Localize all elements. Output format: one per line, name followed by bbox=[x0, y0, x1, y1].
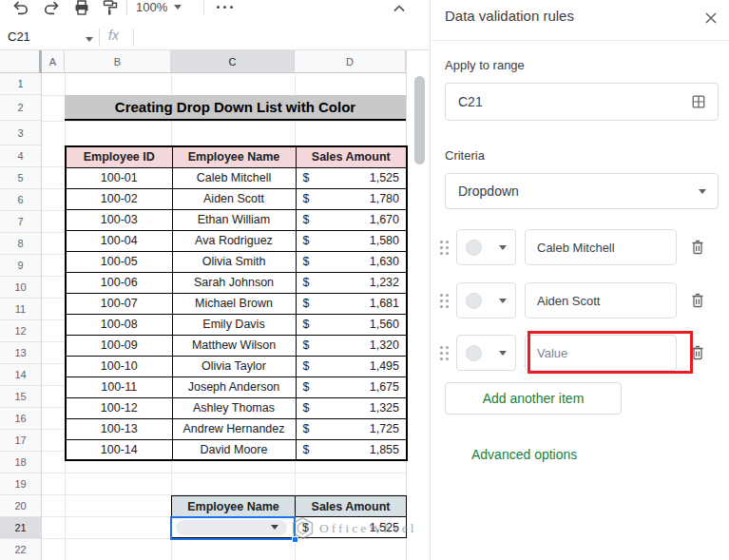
row-header[interactable]: 12 bbox=[0, 320, 41, 342]
table-row: 100-10Olivia Taylor$1,495 bbox=[66, 356, 407, 377]
table-row: 100-04Ava Rodriguez$1,580 bbox=[66, 230, 407, 251]
color-swatch bbox=[466, 293, 482, 309]
fx-icon: fx bbox=[108, 28, 119, 43]
row-header[interactable]: 11 bbox=[0, 299, 41, 320]
row-header[interactable]: 6 bbox=[0, 189, 41, 211]
row-header[interactable]: 2 bbox=[0, 95, 41, 121]
chevron-down-icon bbox=[174, 5, 182, 10]
divider bbox=[99, 29, 100, 47]
row-header[interactable]: 17 bbox=[0, 430, 41, 452]
row-header-selected[interactable]: 21 bbox=[0, 517, 41, 539]
chevron-down-icon bbox=[499, 245, 507, 250]
table-header-row: Employee ID Employee Name Sales Amount bbox=[66, 146, 407, 167]
column-header-a[interactable]: A bbox=[42, 50, 65, 72]
range-value: C21 bbox=[458, 94, 483, 109]
table-row: 100-13Andrew Hernandez$1,725 bbox=[66, 418, 407, 439]
chevron-down-icon bbox=[499, 299, 507, 303]
dropdown-item-row: Caleb Mitchell bbox=[440, 229, 725, 265]
delete-item-icon[interactable] bbox=[689, 292, 706, 309]
paint-format-icon[interactable] bbox=[101, 0, 120, 17]
drag-handle-icon[interactable] bbox=[440, 346, 449, 360]
header-employee-name[interactable]: Employee Name bbox=[172, 146, 296, 167]
redo-icon[interactable] bbox=[42, 0, 61, 17]
table-row: 100-14David Moore$1,855 bbox=[66, 439, 407, 460]
selected-cell-c21[interactable] bbox=[170, 516, 296, 540]
name-box-chevron-icon[interactable] bbox=[86, 37, 93, 42]
summary-header-sales[interactable]: Sales Amount bbox=[296, 496, 407, 517]
item-color-picker[interactable] bbox=[456, 282, 516, 319]
select-all-corner[interactable] bbox=[0, 50, 42, 73]
more-icon[interactable] bbox=[217, 6, 233, 9]
summary-header-row: Employee Name Sales Amount bbox=[172, 496, 407, 517]
row-header[interactable]: 8 bbox=[0, 233, 41, 255]
row-headers: 1 2 3 4 5 6 7 8 9 10 11 12 13 14 15 16 1… bbox=[0, 73, 42, 560]
select-data-range-icon[interactable] bbox=[691, 94, 706, 109]
delete-item-icon[interactable] bbox=[689, 344, 706, 361]
toolbar-separator bbox=[126, 0, 127, 15]
drag-handle-icon[interactable] bbox=[440, 241, 449, 255]
row-header[interactable]: 1 bbox=[0, 73, 41, 95]
row-header[interactable]: 22 bbox=[0, 539, 41, 560]
row-header[interactable]: 5 bbox=[0, 167, 41, 189]
advanced-options-link[interactable]: Advanced options bbox=[471, 447, 577, 462]
item-color-picker[interactable] bbox=[456, 335, 516, 371]
in-cell-dropdown[interactable] bbox=[176, 520, 287, 535]
print-icon[interactable] bbox=[72, 0, 91, 17]
zoom-control[interactable]: 100% bbox=[136, 0, 182, 14]
criteria-select[interactable]: Dropdown bbox=[445, 173, 719, 209]
table-row: 100-01Caleb Mitchell$1,525 bbox=[66, 167, 407, 188]
row-header[interactable]: 15 bbox=[0, 386, 41, 408]
row-header[interactable]: 3 bbox=[0, 121, 41, 145]
color-swatch bbox=[466, 240, 482, 256]
undo-icon[interactable] bbox=[11, 0, 30, 17]
item-color-picker[interactable] bbox=[456, 229, 516, 265]
row-header[interactable]: 10 bbox=[0, 277, 41, 299]
employee-table[interactable]: Employee ID Employee Name Sales Amount 1… bbox=[65, 145, 408, 461]
row-header[interactable]: 20 bbox=[0, 495, 41, 517]
column-header-b[interactable]: B bbox=[65, 50, 171, 72]
drag-handle-icon[interactable] bbox=[440, 294, 449, 308]
dropdown-item-row: Value bbox=[440, 335, 725, 371]
add-another-item-button[interactable]: Add another item bbox=[445, 382, 622, 415]
row-header[interactable]: 19 bbox=[0, 473, 41, 495]
row-header[interactable]: 14 bbox=[0, 364, 41, 386]
color-swatch bbox=[466, 345, 482, 361]
table-row: 100-12Ashley Thomas$1,325 bbox=[66, 397, 407, 418]
vertical-scrollbar[interactable] bbox=[414, 76, 425, 164]
zoom-value: 100% bbox=[136, 0, 167, 14]
table-row: 100-11Joseph Anderson$1,675 bbox=[66, 377, 407, 397]
range-input[interactable]: C21 bbox=[445, 83, 719, 121]
header-sales-amount[interactable]: Sales Amount bbox=[296, 146, 407, 167]
formula-bar: C21 fx bbox=[0, 25, 430, 50]
name-box[interactable]: C21 bbox=[8, 29, 30, 44]
row-header[interactable]: 13 bbox=[0, 342, 41, 364]
collapse-toolbar-icon[interactable] bbox=[390, 0, 409, 18]
row-header[interactable]: 18 bbox=[0, 452, 41, 473]
row-header[interactable]: 7 bbox=[0, 211, 41, 233]
dropdown-caret-icon bbox=[271, 525, 278, 530]
row-header[interactable]: 9 bbox=[0, 255, 41, 277]
item-value-input-empty[interactable]: Value bbox=[525, 335, 677, 371]
toolbar-separator bbox=[203, 0, 204, 15]
criteria-label: Criteria bbox=[445, 148, 485, 163]
google-sheets-window: 100% C21 fx A B C D 1 2 3 4 5 6 7 8 9 10… bbox=[0, 0, 729, 560]
table-row: 100-05Olivia Smith$1,630 bbox=[66, 251, 407, 272]
delete-item-icon[interactable] bbox=[689, 239, 706, 256]
item-value-input[interactable]: Aiden Scott bbox=[525, 282, 677, 319]
column-header-d[interactable]: D bbox=[295, 50, 406, 72]
column-header-c[interactable]: C bbox=[171, 50, 295, 72]
row-header[interactable]: 4 bbox=[0, 145, 41, 167]
fill-handle[interactable] bbox=[292, 536, 298, 543]
table-row: 100-06Sarah Johnson$1,232 bbox=[66, 272, 407, 293]
sheet-title-cell[interactable]: Creating Drop Down List with Color bbox=[65, 95, 406, 121]
panel-title: Data validation rules bbox=[445, 8, 574, 24]
close-icon[interactable] bbox=[702, 10, 719, 27]
row-header[interactable]: 16 bbox=[0, 408, 41, 430]
header-employee-id[interactable]: Employee ID bbox=[66, 146, 172, 167]
criteria-value: Dropdown bbox=[458, 183, 519, 199]
summary-header-name[interactable]: Employee Name bbox=[172, 496, 296, 517]
table-row: 100-07Michael Brown$1,681 bbox=[66, 293, 407, 314]
table-row: 100-03Ethan William$1,670 bbox=[66, 209, 407, 230]
item-value-input[interactable]: Caleb Mitchell bbox=[525, 229, 677, 265]
toolbar: 100% bbox=[0, 0, 430, 25]
